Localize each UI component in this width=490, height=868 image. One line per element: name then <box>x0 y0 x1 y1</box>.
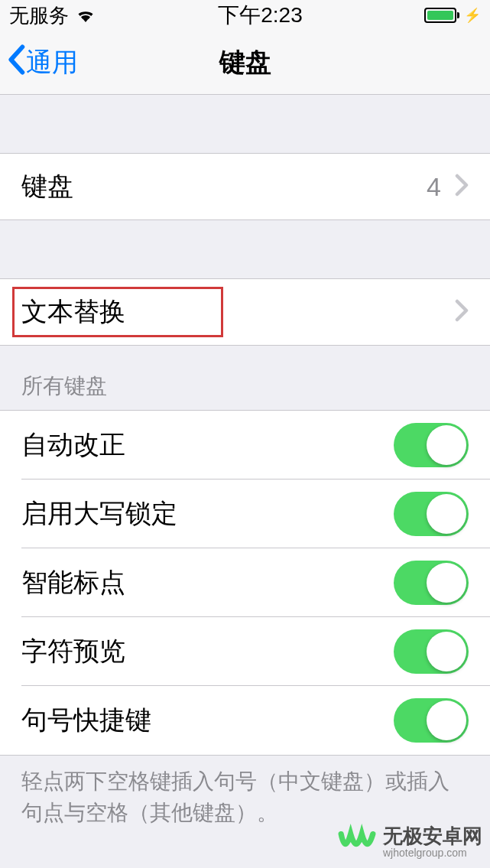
toggle-label: 自动改正 <box>21 427 125 463</box>
back-button[interactable]: 通用 <box>0 44 78 81</box>
toggle-row-char-preview: 字符预览 <box>0 617 490 686</box>
keyboards-row[interactable]: 键盘 4 <box>0 153 490 220</box>
nav-bar: 通用 键盘 <box>0 31 490 95</box>
keyboards-count: 4 <box>427 172 441 202</box>
toggle-list: 自动改正 启用大写锁定 智能标点 字符预览 句号快捷键 <box>0 410 490 756</box>
capslock-toggle[interactable] <box>394 492 469 536</box>
status-right: ⚡ <box>424 7 481 24</box>
period-shortcut-toggle[interactable] <box>394 698 469 743</box>
section-spacer <box>0 220 490 278</box>
carrier-text: 无服务 <box>9 2 69 29</box>
watermark-text: 无极安卓网 wjhotelgroup.com <box>383 826 482 858</box>
toggle-row-capslock: 启用大写锁定 <box>0 480 490 548</box>
section-spacer <box>0 95 490 153</box>
watermark-logo-icon <box>337 822 377 862</box>
chevron-right-icon <box>455 174 469 200</box>
charging-icon: ⚡ <box>464 7 481 24</box>
toggle-label: 启用大写锁定 <box>21 496 177 532</box>
text-replacement-row[interactable]: 文本替换 <box>0 278 490 346</box>
autocorrect-toggle[interactable] <box>394 423 469 467</box>
keyboards-label: 键盘 <box>21 169 73 204</box>
battery-icon <box>424 8 459 23</box>
page-title: 键盘 <box>219 45 271 80</box>
back-label: 通用 <box>26 45 78 80</box>
wifi-icon <box>75 4 96 28</box>
toggle-row-smart-punctuation: 智能标点 <box>0 548 490 617</box>
toggle-row-autocorrect: 自动改正 <box>0 411 490 480</box>
text-replacement-label: 文本替换 <box>21 294 125 330</box>
toggle-row-period-shortcut: 句号快捷键 <box>0 686 490 755</box>
status-left: 无服务 <box>9 2 96 29</box>
status-time: 下午2:23 <box>218 1 303 30</box>
watermark-en: wjhotelgroup.com <box>383 847 482 858</box>
section-header-all-keyboards: 所有键盘 <box>0 346 490 410</box>
chevron-right-icon <box>455 299 469 325</box>
char-preview-toggle[interactable] <box>394 629 469 674</box>
status-bar: 无服务 下午2:23 ⚡ <box>0 0 490 31</box>
chevron-left-icon <box>6 44 26 81</box>
watermark: 无极安卓网 wjhotelgroup.com <box>337 822 482 862</box>
smart-punctuation-toggle[interactable] <box>394 561 469 605</box>
toggle-label: 字符预览 <box>21 634 125 669</box>
toggle-label: 智能标点 <box>21 565 125 600</box>
watermark-cn: 无极安卓网 <box>383 826 482 846</box>
toggle-label: 句号快捷键 <box>21 703 151 738</box>
